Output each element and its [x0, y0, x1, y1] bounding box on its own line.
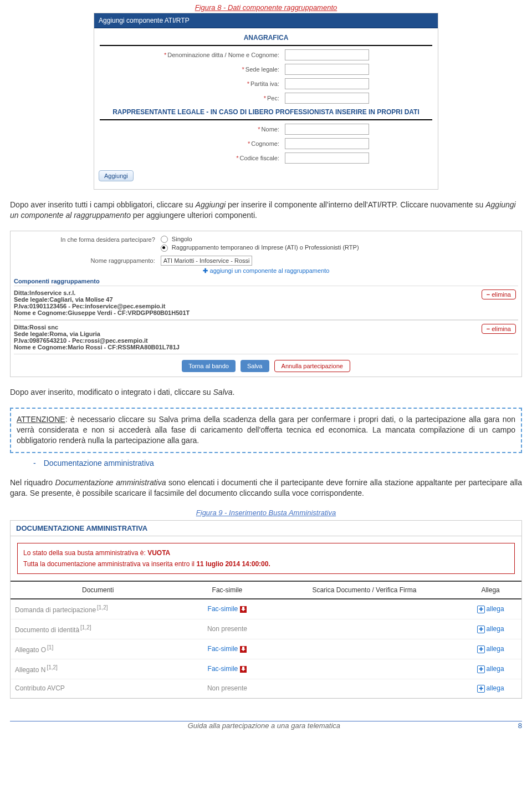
paragraph-2: Dopo aver inserito, modificato o integra…: [10, 387, 522, 398]
label-nome: Nome:: [262, 126, 279, 133]
th-documenti: Documenti: [11, 581, 185, 599]
form-header: Aggiungi componente ATI/RTP: [94, 13, 438, 28]
th-scarica: Scarica Documento / Verifica Firma: [269, 581, 460, 599]
minus-icon: −: [487, 291, 490, 298]
elimina-button-1[interactable]: −elimina: [482, 289, 516, 299]
label-pec: Pec:: [267, 95, 279, 101]
download-icon: [240, 666, 247, 673]
raggruppamento-screenshot: In che forma desidera partecipare? Singo…: [10, 231, 522, 377]
componente-2: Ditta:Rossi snc Sede legale:Roma, via Li…: [14, 320, 518, 354]
download-icon: [240, 646, 247, 653]
input-pec[interactable]: [285, 93, 369, 104]
download-icon: [240, 606, 247, 613]
footer-title: Guida alla partecipazione a una gara tel…: [188, 721, 340, 730]
add-componente-link[interactable]: ✚aggiungi un componente al raggruppament…: [14, 267, 518, 275]
aggiungi-button[interactable]: Aggiungi: [99, 170, 134, 181]
attach-icon: ✚: [477, 665, 485, 673]
attach-icon: ✚: [477, 626, 485, 633]
section-componenti: Componenti raggruppamento: [14, 278, 518, 284]
doc-table: Documenti Fac-simile Scarica Documento /…: [11, 581, 521, 698]
doc-alert: Lo stato della sua busta amministrativa …: [17, 543, 515, 574]
figure8-caption: Figura 8 - Dati componente raggruppament…: [0, 3, 532, 12]
figure9-caption: Figura 9 - Inserimento Busta Amministrat…: [0, 509, 532, 517]
attach-icon: ✚: [477, 645, 485, 653]
facsimile-link[interactable]: Fac-simile: [208, 665, 238, 673]
facsimile-link[interactable]: Fac-simile: [208, 605, 238, 613]
table-row: Documento di identità[1,2]Non presente✚a…: [11, 619, 521, 639]
allega-link[interactable]: allega: [487, 684, 504, 692]
input-cf[interactable]: [285, 153, 369, 164]
minus-icon: −: [487, 326, 490, 332]
subsection-doc-amm: -Documentazione amministrativa: [33, 459, 532, 467]
label-cognome: Cognome:: [251, 140, 279, 147]
label-sede: Sede legale:: [245, 66, 279, 73]
form-screenshot: Aggiungi componente ATI/RTP ANAGRAFICA *…: [94, 13, 438, 190]
form-section-anagrafica: ANAGRAFICA: [95, 34, 437, 42]
label-cf: Codice fiscale:: [239, 155, 279, 161]
th-facsimile: Fac-simile: [185, 581, 269, 599]
doc-screenshot: DOCUMENTAZIONE AMMINISTRATIVA Lo stato d…: [10, 520, 522, 699]
input-denominazione[interactable]: [285, 49, 369, 60]
warning-box: ATTENZIONE: è necessario cliccare su Sal…: [10, 408, 522, 453]
facsimile-link[interactable]: Fac-simile: [208, 645, 238, 653]
input-cognome[interactable]: [285, 138, 369, 149]
elimina-button-2[interactable]: −elimina: [482, 324, 516, 334]
label-nome-raggruppamento: Nome raggruppamento:: [14, 257, 161, 264]
paragraph-1: Dopo aver inserito tutti i campi obbliga…: [10, 200, 522, 221]
doc-header: DOCUMENTAZIONE AMMINISTRATIVA: [11, 521, 521, 536]
radio-raggruppamento[interactable]: [161, 245, 168, 252]
input-nome-raggruppamento[interactable]: ATI Mariotti - Infoservice - Rossi: [161, 256, 253, 266]
label-forma: In che forma desidera partecipare?: [14, 236, 161, 243]
torna-button[interactable]: Torna al bando: [182, 360, 236, 372]
table-row: Allegato N[1,2]Fac-simile✚allega: [11, 659, 521, 679]
allega-link[interactable]: allega: [487, 645, 504, 653]
salva-button[interactable]: Salva: [241, 360, 269, 372]
form-section-rappresentante: RAPPRESENTANTE LEGALE - IN CASO DI LIBER…: [95, 108, 437, 116]
label-denominazione: Denominazione ditta / Nome e Cognome:: [167, 52, 279, 58]
allega-link[interactable]: allega: [487, 665, 504, 673]
paragraph-3: Nel riquadro Documentazione amministrati…: [10, 477, 522, 499]
allega-link[interactable]: allega: [487, 625, 504, 633]
attach-icon: ✚: [477, 606, 485, 613]
opt-raggruppamento: Raggruppamento temporaneo di Imprese (AT…: [172, 244, 359, 251]
page-number: 8: [518, 721, 522, 730]
table-row: Allegato O[1]Fac-simile✚allega: [11, 639, 521, 659]
th-allega: Allega: [459, 581, 521, 599]
input-nome[interactable]: [285, 124, 369, 135]
allega-link[interactable]: allega: [487, 605, 504, 613]
radio-singolo[interactable]: [161, 236, 168, 243]
attach-icon: ✚: [477, 685, 485, 693]
input-piva[interactable]: [285, 78, 369, 89]
input-sede[interactable]: [285, 64, 369, 75]
plus-icon: ✚: [203, 267, 208, 274]
table-row: Contributo AVCPNon presente✚allega: [11, 679, 521, 698]
label-piva: Partita iva:: [250, 80, 279, 87]
componente-1: Ditta:Infoservice s.r.l. Sede legale:Cag…: [14, 286, 518, 320]
table-row: Domanda di partecipazione[1,2]Fac-simile…: [11, 599, 521, 619]
opt-singolo: Singolo: [172, 236, 192, 242]
annulla-button[interactable]: Annulla partecipazione: [274, 360, 350, 372]
